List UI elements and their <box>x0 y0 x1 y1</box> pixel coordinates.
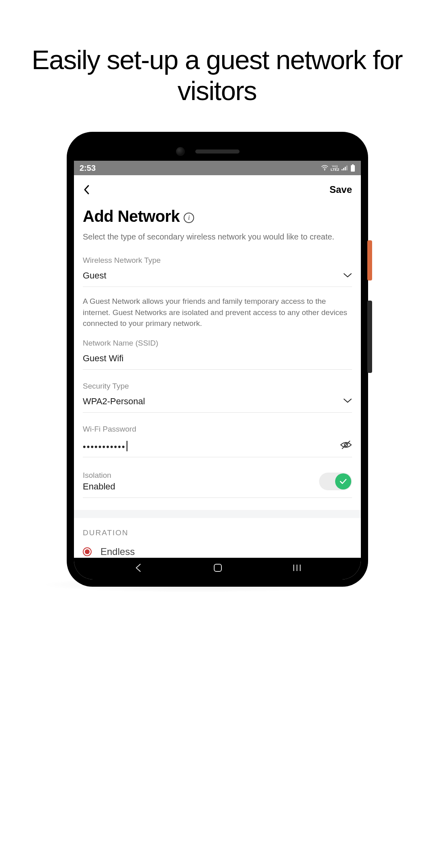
back-button[interactable] <box>83 184 91 195</box>
volume-button <box>367 301 372 373</box>
text-cursor <box>127 441 127 451</box>
isolation-value: Enabled <box>83 481 115 492</box>
svg-rect-6 <box>351 165 355 172</box>
lte-label: LTE2 <box>331 168 339 172</box>
status-icons: Vo)) LTE2 <box>321 164 355 172</box>
camera-dot <box>176 147 185 156</box>
content: Add Network i Select the type of seconda… <box>74 199 361 557</box>
ssid-label: Network Name (SSID) <box>83 339 352 348</box>
svg-rect-5 <box>352 164 354 165</box>
marketing-headline: Easily set-up a guest network for visito… <box>0 44 434 106</box>
network-type-select[interactable]: Guest <box>83 270 352 287</box>
title-row: Add Network i <box>83 207 352 225</box>
phone-frame: 2:53 Vo)) LTE2 Save Add Network i <box>67 132 368 587</box>
svg-rect-2 <box>343 168 344 170</box>
save-button[interactable]: Save <box>330 184 352 195</box>
network-type-value: Guest <box>83 270 106 281</box>
field-ssid: Network Name (SSID) Guest Wifi <box>83 339 352 370</box>
svg-rect-3 <box>345 167 346 170</box>
wifi-icon <box>321 165 328 171</box>
duration-option-label: Endless <box>100 546 135 557</box>
toggle-knob <box>335 473 351 489</box>
android-nav-bar <box>74 558 361 579</box>
svg-rect-4 <box>346 166 348 170</box>
android-recents-icon[interactable] <box>292 564 302 573</box>
chevron-down-icon <box>343 272 352 280</box>
field-network-type: Wireless Network Type Guest <box>83 256 352 287</box>
password-label: Wi-Fi Password <box>83 425 352 434</box>
battery-icon <box>350 164 355 172</box>
ssid-value: Guest Wifi <box>83 353 123 364</box>
info-icon[interactable]: i <box>184 213 194 223</box>
field-isolation: Isolation Enabled <box>83 469 352 498</box>
signal-icon <box>342 166 348 170</box>
page-title: Add Network <box>83 207 180 225</box>
duration-header: DURATION <box>83 518 352 546</box>
screen: 2:53 Vo)) LTE2 Save Add Network i <box>74 161 361 579</box>
ssid-input[interactable]: Guest Wifi <box>83 353 352 370</box>
radio-selected-icon <box>83 547 92 556</box>
duration-option-endless[interactable]: Endless <box>83 546 352 557</box>
eye-off-icon[interactable] <box>340 440 352 451</box>
power-button <box>367 240 372 280</box>
status-bar: 2:53 Vo)) LTE2 <box>74 161 361 175</box>
security-value: WPA2-Personal <box>83 396 145 407</box>
status-time: 2:53 <box>80 164 96 173</box>
svg-rect-9 <box>214 564 221 571</box>
android-back-icon[interactable] <box>133 563 143 575</box>
network-type-label: Wireless Network Type <box>83 256 352 265</box>
password-value: ••••••••••• <box>83 439 127 452</box>
section-divider <box>74 510 361 518</box>
android-home-icon[interactable] <box>213 563 223 574</box>
svg-rect-1 <box>342 169 343 170</box>
security-label: Security Type <box>83 382 352 391</box>
svg-point-0 <box>324 170 325 170</box>
field-password: Wi-Fi Password ••••••••••• <box>83 425 352 457</box>
field-security: Security Type WPA2-Personal <box>83 382 352 413</box>
network-type-helper: A Guest Network allows your friends and … <box>83 296 352 329</box>
password-input[interactable]: ••••••••••• <box>83 439 352 457</box>
security-select[interactable]: WPA2-Personal <box>83 396 352 413</box>
page-subtitle: Select the type of secondary wireless ne… <box>83 231 352 242</box>
isolation-toggle[interactable] <box>319 473 352 490</box>
nav-row: Save <box>74 175 361 199</box>
chevron-down-icon <box>343 397 352 405</box>
isolation-label: Isolation <box>83 471 115 480</box>
